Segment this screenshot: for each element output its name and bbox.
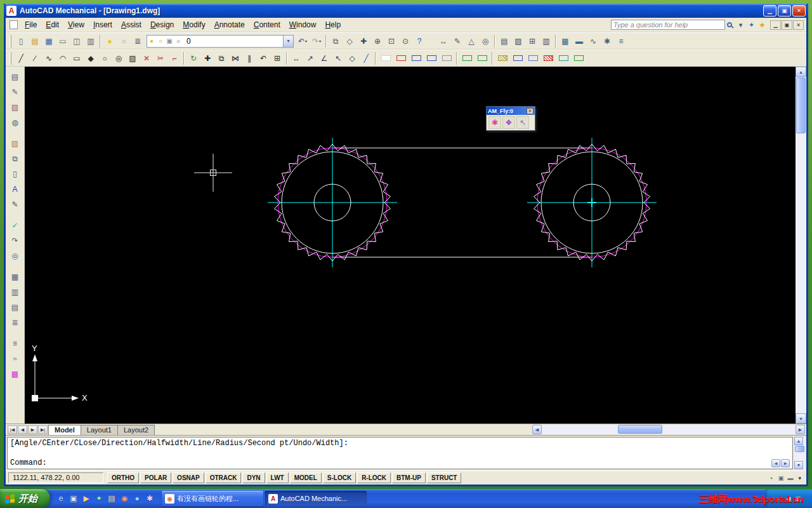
tab-model[interactable]: Model <box>48 425 81 435</box>
favorites-icon[interactable]: ★ <box>757 20 768 30</box>
minimize-button[interactable]: ▁ <box>763 5 776 17</box>
am-layer-cyan-icon[interactable] <box>556 51 571 65</box>
drawing-vscrollbar[interactable]: ▲ ▼ <box>796 67 806 424</box>
fly-gear-icon[interactable]: ✱ <box>488 116 501 129</box>
show-desktop-icon[interactable]: ▣ <box>68 493 79 504</box>
copy-icon[interactable]: ⧉ <box>214 51 228 65</box>
mdi-close-button[interactable]: ✕ <box>793 20 804 30</box>
am-text-icon[interactable]: A <box>8 182 23 196</box>
layer-properties-icon[interactable]: ≣ <box>131 34 145 48</box>
status-toggle-btm-up[interactable]: BTM-UP <box>392 472 426 483</box>
rotate-icon[interactable]: ↶ <box>256 51 270 65</box>
redo-icon-dropdown[interactable]: ▾ <box>319 39 321 43</box>
redo-icon[interactable]: ↷▾ <box>310 34 324 48</box>
menu-content[interactable]: Content <box>249 18 285 31</box>
ellipse-icon[interactable]: ◎ <box>112 51 126 65</box>
scroll-up-button[interactable]: ▲ <box>796 67 806 77</box>
am-gear-icon[interactable]: ✱ <box>600 34 614 48</box>
layer-freeze-icon[interactable]: ○ <box>117 34 131 48</box>
command-scrollbar[interactable]: ▲ ▼ <box>794 437 805 469</box>
media-player-icon[interactable]: ▶ <box>81 493 92 504</box>
am-layer-green-icon[interactable] <box>475 51 490 65</box>
am-fly-palette[interactable]: AM_Fly:0 ✕ ✱❖↖ <box>486 106 535 131</box>
line-icon[interactable]: ╱ <box>14 51 28 65</box>
am-hatch-icon[interactable]: ▨ <box>511 34 525 48</box>
menu-edit[interactable]: Edit <box>41 18 63 31</box>
cmd-scroll-thumb[interactable] <box>795 446 804 452</box>
move-icon[interactable]: ✚ <box>200 51 214 65</box>
status-toggle-s-lock[interactable]: S-LOCK <box>323 472 356 483</box>
hscroll-thumb[interactable] <box>618 425 662 434</box>
hscroll-track[interactable] <box>542 425 796 434</box>
am-centerline-icon[interactable]: ⊞ <box>525 34 539 48</box>
leader-icon[interactable]: ↖ <box>331 51 345 65</box>
toolbar-grip[interactable] <box>10 35 11 48</box>
am-section-line-icon[interactable]: ≈ <box>8 352 23 366</box>
arc-icon[interactable]: ◠ <box>56 51 70 65</box>
dim-aligned-icon[interactable]: ↗ <box>303 51 317 65</box>
am-layer-green-bracket-icon[interactable] <box>459 51 475 65</box>
am-layer-blue3-icon[interactable] <box>510 51 525 65</box>
am-notes-icon[interactable]: ▤ <box>8 70 23 84</box>
layer-freeze-state-icon[interactable]: ○ <box>156 37 165 44</box>
dim-angular-icon[interactable]: ∠ <box>317 51 331 65</box>
am-globe-icon[interactable]: ◎ <box>8 249 23 263</box>
am-layer-blue4-icon[interactable] <box>525 51 540 65</box>
am-layer-hatch-icon[interactable] <box>495 51 510 65</box>
layer-combo[interactable]: ●○▣■ 0 ▾ <box>147 35 294 48</box>
array-icon[interactable]: ⊞ <box>270 51 284 65</box>
firefox-quick-icon[interactable]: ◉ <box>119 493 130 504</box>
annotation-monitor-icon[interactable]: ▪ <box>766 473 776 483</box>
am-screw-connection-icon[interactable]: ▩ <box>558 34 572 48</box>
layer-walk-icon[interactable]: ╱ <box>359 51 373 65</box>
am-swatch-icon[interactable]: ▧ <box>8 137 23 150</box>
menu-design[interactable]: Design <box>146 18 178 31</box>
am-balloon-icon[interactable]: ◎ <box>478 34 492 48</box>
tab-nav-button-2[interactable]: ◀ <box>18 425 27 434</box>
am-title-block-icon[interactable]: ▥ <box>8 285 23 299</box>
status-toggle-dyn[interactable]: DYN <box>242 472 265 483</box>
orbit-icon[interactable]: ↻ <box>187 51 200 65</box>
undo-icon-dropdown[interactable]: ▾ <box>305 39 307 43</box>
am-fly-title-bar[interactable]: AM_Fly:0 ✕ <box>487 107 535 115</box>
cmd-scroll-track[interactable] <box>794 445 805 461</box>
mdi-minimize-button[interactable]: ▁ <box>770 20 781 30</box>
restore-button[interactable]: ▣ <box>778 5 791 17</box>
menu-assist[interactable]: Assist <box>117 18 146 31</box>
help-search-input[interactable] <box>611 20 725 30</box>
clean-screen-icon[interactable]: ▣ <box>776 473 785 483</box>
construction-line-icon[interactable]: ∕ <box>28 51 42 65</box>
communication-center-icon[interactable]: ✦ <box>746 20 757 30</box>
scroll-left-button[interactable]: ◀ <box>532 425 542 434</box>
command-prompt-line[interactable]: Command: <box>10 458 47 467</box>
plot-icon[interactable]: ▭ <box>56 34 70 48</box>
offset-icon[interactable]: ∥ <box>242 51 256 65</box>
am-power-dimension-icon[interactable]: ↔ <box>436 34 450 48</box>
am-parts-table-icon[interactable]: ▤ <box>8 300 23 314</box>
am-layer-groups-icon[interactable]: ≡ <box>8 337 23 351</box>
mirror-icon[interactable]: ⋈ <box>228 51 242 65</box>
am-shaft-generator-icon[interactable]: ▬ <box>572 34 586 48</box>
am-sketch-icon[interactable]: ✎ <box>8 85 23 99</box>
status-toggle-model[interactable]: MODEL <box>290 472 322 483</box>
menu-help[interactable]: Help <box>320 18 345 31</box>
am-layer-blue2-icon[interactable] <box>424 51 439 65</box>
status-toggle-struct[interactable]: STRUCT <box>427 472 462 483</box>
toolbar-lock-icon[interactable]: ▬ <box>785 473 795 483</box>
named-views-icon[interactable]: ◇ <box>343 34 357 48</box>
taskbar-button[interactable]: ◉有没有画链轮的程... <box>162 491 263 506</box>
menu-insert[interactable]: Insert <box>89 18 117 31</box>
menu-annotate[interactable]: Annotate <box>210 18 249 31</box>
cmd-scroll-left-button[interactable]: ◀ <box>771 459 780 467</box>
status-toggle-r-lock[interactable]: R-LOCK <box>357 472 391 483</box>
status-toggle-lwt[interactable]: LWT <box>266 472 289 483</box>
polygon-icon[interactable]: ◆ <box>84 51 98 65</box>
am-layer-gray-icon[interactable] <box>439 51 454 65</box>
open-icon[interactable]: ▤ <box>28 34 42 48</box>
menu-modify[interactable]: Modify <box>178 18 209 31</box>
tools-icon[interactable]: ✱ <box>144 493 155 504</box>
circle-icon[interactable]: ○ <box>98 51 112 65</box>
am-fly-close-button[interactable]: ✕ <box>527 108 534 114</box>
menu-view[interactable]: View <box>63 18 89 31</box>
title-bar[interactable]: A AutoCAD Mechanical - [Drawing1.dwg] ▁ … <box>4 4 808 18</box>
